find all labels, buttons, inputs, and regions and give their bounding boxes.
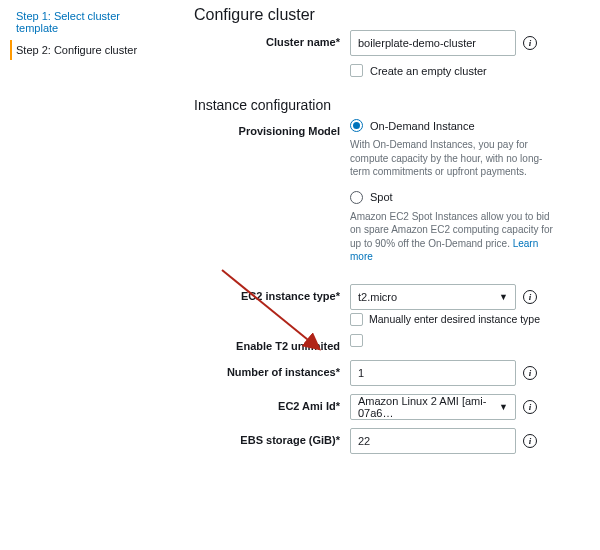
- wizard-step-2[interactable]: Step 2: Configure cluster: [10, 40, 146, 60]
- spot-help: Amazon EC2 Spot Instances allow you to b…: [350, 210, 560, 264]
- on-demand-radio-label: On-Demand Instance: [370, 120, 475, 132]
- info-icon[interactable]: i: [523, 400, 537, 414]
- ec2-instance-type-value: t2.micro: [358, 291, 397, 303]
- page-title: Configure cluster: [194, 0, 586, 30]
- enable-t2-unlimited-label: Enable T2 unlimited: [194, 334, 350, 352]
- info-icon[interactable]: i: [523, 434, 537, 448]
- enable-t2-unlimited-checkbox[interactable]: [350, 334, 363, 347]
- ec2-ami-id-select[interactable]: Amazon Linux 2 AMI [ami-07a6… ▼: [350, 394, 516, 420]
- spot-radio-label: Spot: [370, 191, 393, 203]
- info-icon[interactable]: i: [523, 36, 537, 50]
- ec2-instance-type-label: EC2 instance type*: [194, 284, 350, 302]
- chevron-down-icon: ▼: [499, 402, 508, 412]
- ec2-instance-type-select[interactable]: t2.micro ▼: [350, 284, 516, 310]
- empty-label: [194, 64, 350, 70]
- ebs-storage-input[interactable]: [350, 428, 516, 454]
- section-instance-title: Instance configuration: [194, 85, 586, 119]
- main-content: Configure cluster Cluster name* i Create…: [150, 0, 600, 550]
- cluster-name-input[interactable]: [350, 30, 516, 56]
- create-empty-cluster-checkbox[interactable]: [350, 64, 363, 77]
- cluster-name-label: Cluster name*: [194, 30, 350, 48]
- wizard-sidebar: Step 1: Select cluster template Step 2: …: [0, 0, 150, 550]
- chevron-down-icon: ▼: [499, 292, 508, 302]
- number-of-instances-label: Number of instances*: [194, 360, 350, 378]
- info-icon[interactable]: i: [523, 290, 537, 304]
- on-demand-help: With On-Demand Instances, you pay for co…: [350, 138, 560, 179]
- wizard-step-1[interactable]: Step 1: Select cluster template: [10, 6, 146, 38]
- manual-instance-checkbox[interactable]: [350, 313, 363, 326]
- ec2-ami-id-label: EC2 Ami Id*: [194, 394, 350, 412]
- info-icon[interactable]: i: [523, 366, 537, 380]
- on-demand-radio[interactable]: [350, 119, 363, 132]
- ebs-storage-label: EBS storage (GiB)*: [194, 428, 350, 446]
- ec2-ami-id-value: Amazon Linux 2 AMI [ami-07a6…: [358, 395, 499, 419]
- provisioning-model-label: Provisioning Model: [194, 119, 350, 137]
- manual-instance-label: Manually enter desired instance type: [369, 313, 540, 325]
- create-empty-cluster-label: Create an empty cluster: [370, 65, 487, 77]
- number-of-instances-input[interactable]: [350, 360, 516, 386]
- spot-radio[interactable]: [350, 191, 363, 204]
